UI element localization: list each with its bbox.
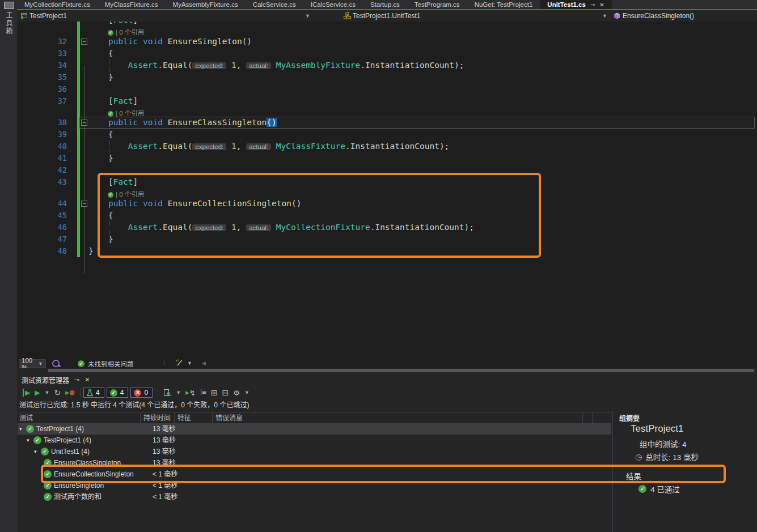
line-number[interactable]: 38 [17, 117, 67, 129]
live-share-icon[interactable] [52, 360, 60, 367]
close-icon[interactable]: ✕ [599, 2, 604, 8]
line-number[interactable]: 37 [17, 95, 67, 107]
test-row[interactable]: ✓EnsureCollectionSingleton< 1 毫秒 [18, 469, 611, 480]
document-health-indicator[interactable]: ✓ 未找到相关问题 [78, 359, 134, 368]
playlist-icon[interactable] [161, 388, 174, 398]
test-row[interactable]: ▾✓UnitTest1 (4)13 毫秒 [18, 446, 611, 457]
file-tab[interactable]: NuGet: TestProject1 [467, 0, 540, 9]
group-by-icon[interactable]: ⫶≡ [198, 388, 209, 398]
fold-collapse-icon[interactable]: − [81, 39, 87, 45]
scrollbar-thumb[interactable] [48, 369, 754, 372]
code-line[interactable]: 37 [Fact] [17, 95, 757, 107]
total-tests-badge[interactable]: 4 [83, 388, 104, 398]
line-number[interactable]: 36 [17, 83, 67, 95]
file-tab[interactable]: Startup.cs [363, 0, 407, 9]
line-number[interactable]: 46 [17, 222, 67, 233]
code-line[interactable]: 35 } [17, 71, 757, 83]
code-line[interactable]: [Fact] [17, 22, 757, 26]
code-line[interactable]: 39 { [17, 129, 757, 141]
code-line[interactable]: 40 Assert.Equal(expected: 1, actual: MyC… [17, 141, 757, 152]
toolbox-vertical-tab[interactable]: 工具箱 [4, 11, 14, 35]
collapse-all-icon[interactable]: ⊟ [220, 388, 231, 398]
breadcrumb-member[interactable]: EnsureClassSingleton() [623, 10, 694, 22]
chevron-down-icon[interactable]: ▼ [187, 360, 192, 366]
column-divider[interactable] [592, 413, 593, 423]
column-divider[interactable] [582, 413, 583, 423]
column-duration[interactable]: 持续时间 [143, 412, 171, 424]
code-line[interactable]: 43 [Fact] [17, 176, 757, 188]
line-number[interactable]: 42 [17, 164, 67, 176]
chevron-down-icon[interactable]: ▼ [602, 10, 607, 22]
column-traits[interactable]: 特征 [177, 412, 191, 424]
line-number[interactable]: 34 [17, 59, 67, 71]
close-icon[interactable]: ✕ [84, 376, 90, 384]
line-number[interactable]: 45 [17, 210, 67, 222]
line-number[interactable]: 41 [17, 152, 67, 164]
zoom-control[interactable]: 100 % ▼ [19, 359, 46, 368]
code-line[interactable]: 34 Assert.Equal(expected: 1, actual: MyA… [17, 59, 757, 71]
line-number[interactable]: 47 [17, 233, 67, 245]
code-line[interactable]: 44− public void EnsureCollectionSingleto… [17, 198, 757, 210]
file-tab[interactable]: ICalcService.cs [303, 0, 363, 9]
expand-arrow-icon[interactable]: ▾ [27, 437, 29, 443]
chevron-down-icon[interactable]: ▼ [305, 10, 310, 22]
code-line[interactable]: 36 [17, 83, 757, 95]
code-line[interactable]: 41 } [17, 152, 757, 164]
chevron-down-icon[interactable]: ▼ [174, 388, 183, 398]
horizontal-scrollbar[interactable] [17, 368, 757, 373]
expand-all-icon[interactable]: ⊞ [209, 388, 220, 398]
line-number[interactable]: 32 [17, 36, 67, 48]
codelens-row[interactable]: ✓| 0 个引用 [17, 107, 757, 117]
column-divider[interactable] [140, 413, 141, 423]
code-line[interactable]: 38− public void EnsureClassSingleton() [17, 117, 757, 129]
code-line[interactable]: 46 Assert.Equal(expected: 1, actual: MyC… [17, 222, 757, 233]
code-line[interactable]: 48} [17, 245, 757, 257]
line-number[interactable]: 39 [17, 129, 67, 141]
fold-collapse-icon[interactable]: − [81, 201, 87, 207]
line-number[interactable]: 44 [17, 198, 67, 210]
codelens-row[interactable]: ✓| 0 个引用 [17, 26, 757, 36]
line-number[interactable]: 33 [17, 48, 67, 59]
column-test[interactable]: 测试 [19, 412, 33, 424]
test-row[interactable]: ✓EnsureClassSingleton13 毫秒 [18, 457, 611, 469]
expand-arrow-icon[interactable]: ▾ [34, 449, 37, 454]
repeat-last-run-icon[interactable]: ↻ [52, 388, 63, 398]
code-editor[interactable]: [Fact]✓| 0 个引用32− public void EnsureSing… [17, 22, 757, 359]
line-number[interactable]: 35 [17, 71, 67, 83]
column-divider[interactable] [174, 413, 175, 423]
test-row[interactable]: ✓EnsureSingleton< 1 毫秒 [18, 480, 611, 491]
chevron-down-icon[interactable]: ▼ [242, 388, 252, 398]
passed-tests-badge[interactable]: ✓ 4 [107, 388, 129, 398]
file-tab[interactable]: MyCollectionFixture.cs [17, 0, 98, 9]
code-line[interactable]: 33 { [17, 48, 757, 59]
run-tests-button[interactable]: ▶ [32, 388, 42, 398]
test-row[interactable]: ▾✓TestProject1 (4)13 毫秒 [18, 435, 611, 446]
test-row[interactable]: ✓测试两个数的和< 1 毫秒 [18, 491, 611, 503]
code-cleanup-icon[interactable] [175, 359, 184, 367]
breadcrumb-class[interactable]: TestProject1.UnitTest1 [353, 10, 420, 22]
file-tab[interactable]: UnitTest1.cs⊸✕ [540, 0, 611, 9]
code-line[interactable]: 47 } [17, 233, 757, 245]
tool-window-tab[interactable]: 测试资源管理器 ⊸ ✕ [19, 374, 92, 385]
expand-arrow-icon[interactable]: ▾ [19, 426, 22, 432]
file-tab[interactable]: MyAssemblyFixture.cs [166, 0, 246, 9]
column-divider[interactable] [212, 413, 213, 423]
code-line[interactable]: 32− public void EnsureSingleton() [17, 36, 757, 48]
run-after-build-icon[interactable]: ▶↯ [183, 388, 198, 398]
code-line[interactable]: 42 [17, 164, 757, 176]
line-number[interactable]: 48 [17, 245, 67, 257]
file-tab[interactable]: MyClassFixture.cs [98, 0, 166, 9]
pin-icon[interactable]: ⊸ [74, 376, 79, 384]
breadcrumb-project[interactable]: TestProject1 [29, 10, 67, 22]
file-tab[interactable]: CalcService.cs [246, 0, 303, 9]
code-line[interactable]: 45 { [17, 210, 757, 222]
fold-collapse-icon[interactable]: − [81, 120, 87, 126]
settings-gear-icon[interactable]: ⚙ [231, 388, 242, 398]
cancel-run-icon[interactable]: ▶⊗ [63, 388, 77, 398]
failed-tests-badge[interactable]: ✕ 0 [130, 388, 153, 398]
codelens-row[interactable]: ✓| 0 个引用 [17, 188, 757, 198]
test-row[interactable]: ▾✓TestProject1 (4)13 毫秒 [18, 423, 611, 435]
scroll-left-arrow-icon[interactable]: ◀ [202, 360, 206, 366]
file-tab[interactable]: TestProgram.cs [407, 0, 467, 9]
line-number[interactable]: 43 [17, 176, 67, 188]
